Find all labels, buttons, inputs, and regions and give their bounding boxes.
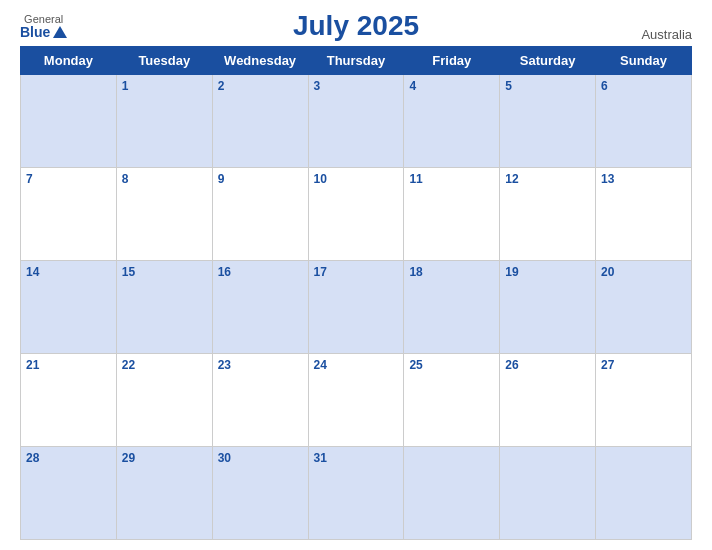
- country-label: Australia: [641, 27, 692, 42]
- day-number: 22: [122, 358, 135, 372]
- calendar-day-26: 26: [500, 354, 596, 447]
- day-number: 14: [26, 265, 39, 279]
- calendar-empty-cell: [500, 447, 596, 540]
- calendar-empty-cell: [404, 447, 500, 540]
- day-number: 9: [218, 172, 225, 186]
- calendar-day-3: 3: [308, 75, 404, 168]
- day-number: 27: [601, 358, 614, 372]
- calendar-day-12: 12: [500, 168, 596, 261]
- calendar-day-16: 16: [212, 261, 308, 354]
- calendar-week-row: 14151617181920: [21, 261, 692, 354]
- calendar-day-31: 31: [308, 447, 404, 540]
- calendar-day-17: 17: [308, 261, 404, 354]
- calendar-title: July 2025: [293, 10, 419, 42]
- calendar-day-24: 24: [308, 354, 404, 447]
- day-number: 11: [409, 172, 422, 186]
- calendar-day-14: 14: [21, 261, 117, 354]
- calendar-day-2: 2: [212, 75, 308, 168]
- calendar-day-8: 8: [116, 168, 212, 261]
- calendar-day-18: 18: [404, 261, 500, 354]
- day-number: 26: [505, 358, 518, 372]
- day-number: 30: [218, 451, 231, 465]
- day-number: 25: [409, 358, 422, 372]
- calendar-day-7: 7: [21, 168, 117, 261]
- calendar-day-21: 21: [21, 354, 117, 447]
- calendar-week-row: 21222324252627: [21, 354, 692, 447]
- day-number: 17: [314, 265, 327, 279]
- calendar-day-20: 20: [596, 261, 692, 354]
- calendar-day-28: 28: [21, 447, 117, 540]
- calendar-week-row: 123456: [21, 75, 692, 168]
- weekday-header-row: MondayTuesdayWednesdayThursdayFridaySatu…: [21, 47, 692, 75]
- calendar-day-19: 19: [500, 261, 596, 354]
- weekday-header-wednesday: Wednesday: [212, 47, 308, 75]
- logo-blue-text: Blue: [20, 25, 67, 39]
- calendar-empty-cell: [21, 75, 117, 168]
- day-number: 21: [26, 358, 39, 372]
- calendar-day-10: 10: [308, 168, 404, 261]
- calendar-day-30: 30: [212, 447, 308, 540]
- day-number: 5: [505, 79, 512, 93]
- day-number: 6: [601, 79, 608, 93]
- calendar-day-11: 11: [404, 168, 500, 261]
- calendar-day-15: 15: [116, 261, 212, 354]
- day-number: 15: [122, 265, 135, 279]
- day-number: 23: [218, 358, 231, 372]
- calendar-week-row: 28293031: [21, 447, 692, 540]
- calendar-day-4: 4: [404, 75, 500, 168]
- logo-general-text: General: [24, 14, 63, 25]
- calendar-week-row: 78910111213: [21, 168, 692, 261]
- day-number: 8: [122, 172, 129, 186]
- weekday-header-sunday: Sunday: [596, 47, 692, 75]
- day-number: 10: [314, 172, 327, 186]
- weekday-header-tuesday: Tuesday: [116, 47, 212, 75]
- day-number: 16: [218, 265, 231, 279]
- calendar-day-27: 27: [596, 354, 692, 447]
- calendar-day-13: 13: [596, 168, 692, 261]
- day-number: 20: [601, 265, 614, 279]
- calendar-table: MondayTuesdayWednesdayThursdayFridaySatu…: [20, 46, 692, 540]
- calendar-day-5: 5: [500, 75, 596, 168]
- day-number: 18: [409, 265, 422, 279]
- day-number: 1: [122, 79, 129, 93]
- day-number: 28: [26, 451, 39, 465]
- day-number: 12: [505, 172, 518, 186]
- weekday-header-friday: Friday: [404, 47, 500, 75]
- day-number: 4: [409, 79, 416, 93]
- day-number: 7: [26, 172, 33, 186]
- day-number: 13: [601, 172, 614, 186]
- calendar-day-23: 23: [212, 354, 308, 447]
- calendar-day-29: 29: [116, 447, 212, 540]
- calendar-day-9: 9: [212, 168, 308, 261]
- day-number: 3: [314, 79, 321, 93]
- calendar-day-6: 6: [596, 75, 692, 168]
- day-number: 29: [122, 451, 135, 465]
- weekday-header-saturday: Saturday: [500, 47, 596, 75]
- calendar-day-25: 25: [404, 354, 500, 447]
- day-number: 19: [505, 265, 518, 279]
- logo-triangle-icon: [53, 26, 67, 38]
- day-number: 24: [314, 358, 327, 372]
- logo: General Blue: [20, 14, 67, 39]
- weekday-header-thursday: Thursday: [308, 47, 404, 75]
- calendar-day-22: 22: [116, 354, 212, 447]
- calendar-day-1: 1: [116, 75, 212, 168]
- day-number: 31: [314, 451, 327, 465]
- weekday-header-monday: Monday: [21, 47, 117, 75]
- calendar-header: General Blue July 2025 Australia: [20, 10, 692, 42]
- day-number: 2: [218, 79, 225, 93]
- calendar-empty-cell: [596, 447, 692, 540]
